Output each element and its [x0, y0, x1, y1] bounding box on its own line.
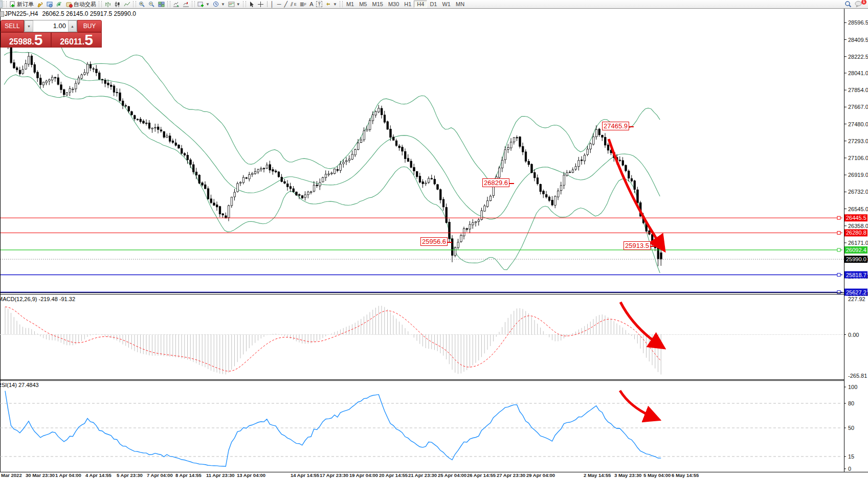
channel-button[interactable]: ⫽E: [289, 1, 298, 8]
candle-chart-button[interactable]: [113, 1, 122, 8]
autotrading-label: 自动交易: [74, 1, 96, 8]
fibo-tag: F: [304, 3, 306, 6]
metaeditor-button[interactable]: [35, 1, 45, 8]
trend-arrows-layer[interactable]: [609, 139, 663, 419]
level-handle[interactable]: [837, 273, 840, 277]
tab-w1[interactable]: W1: [439, 1, 453, 8]
sell-button[interactable]: SELL: [1, 20, 24, 32]
tab-h4[interactable]: H4: [414, 1, 427, 8]
volume-input[interactable]: 1.00: [33, 20, 68, 32]
cursor-button[interactable]: [247, 1, 256, 8]
svg-text:-265.81: -265.81: [848, 373, 867, 379]
tab-h1[interactable]: H1: [402, 1, 414, 8]
toolbar-grip: [99, 1, 102, 7]
price-callout[interactable]: 25956.6: [420, 237, 448, 246]
svg-text:27106.0: 27106.0: [848, 155, 868, 161]
candles-layer: [5, 32, 662, 266]
text-button[interactable]: A: [308, 1, 315, 8]
zoom-out-button[interactable]: [147, 1, 157, 8]
line-chart-button[interactable]: [122, 1, 132, 8]
signals-button[interactable]: [55, 1, 64, 8]
crosshair-button[interactable]: [256, 1, 265, 8]
macd-signal-line: [5, 307, 661, 371]
tab-m30[interactable]: M30: [386, 1, 402, 8]
sell-price[interactable]: 25988.5: [1, 32, 51, 48]
sell-price-big-digit: 5: [34, 33, 43, 47]
notification-badge: 1: [861, 0, 866, 5]
rsi-label: RSI(14) 27.4843: [0, 382, 39, 388]
level-handle[interactable]: [837, 291, 840, 294]
market-watch-button[interactable]: [45, 1, 55, 8]
bar-chart-button[interactable]: [103, 1, 113, 8]
tab-m5[interactable]: M5: [357, 1, 369, 8]
toolbar-grip: [167, 1, 170, 7]
volume-increase-button[interactable]: ▲: [68, 20, 77, 32]
zoom-in-button[interactable]: [137, 1, 147, 8]
svg-text:13 Apr 04:00: 13 Apr 04:00: [237, 472, 265, 478]
channel-tag: E: [294, 3, 297, 6]
level-handle[interactable]: [837, 216, 840, 219]
svg-text:80: 80: [848, 400, 854, 406]
buy-button[interactable]: BUY: [77, 20, 102, 32]
auto-scroll-button[interactable]: [171, 1, 181, 8]
toolbar: 新订单 自动交易 ▼ ▼ ▼ │ ─ ╱ ⫽E ≣F A T ▼: [0, 0, 868, 9]
svg-text:25990.0: 25990.0: [846, 256, 866, 262]
tab-d1[interactable]: D1: [427, 1, 439, 8]
horizontal-levels-layer[interactable]: [0, 216, 842, 293]
toolbar-grip: [4, 1, 7, 7]
ohlc-values: 26062.5 26145.0 25917.5 25990.0: [42, 10, 136, 17]
toolbar-grip: [243, 1, 246, 7]
indicators-button[interactable]: ▼: [196, 1, 211, 8]
new-order-button[interactable]: 新订单: [8, 1, 35, 8]
arrow-objects-icon: [325, 1, 331, 7]
search-button[interactable]: [843, 1, 853, 8]
level-handle[interactable]: [837, 231, 840, 234]
buy-price-big-digit: 5: [84, 33, 93, 47]
svg-text:2 May 14:55: 2 May 14:55: [584, 472, 611, 478]
clock-icon: [213, 1, 219, 8]
main-chart-layer[interactable]: [4, 26, 662, 273]
price-axis[interactable]: 28596.528409.528222.528041.027854.027667…: [844, 19, 868, 296]
notifications-button[interactable]: 1: [853, 1, 864, 8]
svg-text:25818.7: 25818.7: [846, 272, 866, 278]
fibonacci-button[interactable]: ≣F: [298, 1, 308, 8]
tile-windows-button[interactable]: [157, 1, 166, 8]
volume-decrease-button[interactable]: ▼: [25, 20, 33, 32]
time-axis[interactable]: Mar 202230 Mar 23:301 Apr 04:004 Apr 14:…: [1, 472, 699, 478]
buy-price[interactable]: 26011.5: [51, 32, 102, 48]
svg-text:29 Apr 04:00: 29 Apr 04:00: [526, 472, 555, 478]
zoom-out-icon: [148, 1, 155, 8]
chart-shift-button[interactable]: [181, 1, 191, 8]
tab-m1[interactable]: M1: [344, 1, 357, 8]
label-button[interactable]: T: [315, 1, 324, 8]
svg-text:28222.5: 28222.5: [848, 54, 868, 60]
volume-stepper: ▼ 1.00 ▲: [24, 20, 77, 32]
tab-m15[interactable]: M15: [369, 1, 385, 8]
chart-shift-icon: [183, 1, 189, 8]
crosshair-icon: [257, 1, 264, 8]
svg-text:28041.0: 28041.0: [848, 70, 868, 76]
macd-panel: [0, 306, 844, 374]
toolbar-separator: [267, 1, 268, 7]
bollinger-band-line: [4, 52, 660, 219]
level-handle[interactable]: [837, 248, 840, 252]
fibonacci-icon: ≣: [300, 1, 303, 8]
autotrading-button[interactable]: 自动交易: [64, 1, 98, 8]
tab-mn[interactable]: MN: [453, 1, 467, 8]
autotrading-icon: [66, 1, 73, 8]
trend-arrow[interactable]: [620, 391, 657, 419]
svg-text:17 Apr 23:30: 17 Apr 23:30: [320, 472, 348, 478]
vertical-line-button[interactable]: │: [269, 1, 276, 8]
periods-button[interactable]: ▼: [211, 1, 227, 8]
arrows-button[interactable]: ▼: [324, 1, 339, 8]
price-callout[interactable]: 27465.9: [602, 122, 629, 130]
trend-arrow[interactable]: [620, 302, 662, 347]
macd-axis: 227.920.00-265.81: [844, 296, 867, 379]
price-callout[interactable]: 26829.6: [482, 178, 509, 187]
trendline-button[interactable]: ╱: [282, 1, 289, 8]
horizontal-line-button[interactable]: ─: [276, 1, 283, 8]
templates-button[interactable]: ▼: [227, 1, 242, 8]
svg-text:26280.8: 26280.8: [846, 230, 866, 236]
chart-ohlc-title: JPN225-,H426062.5 26145.0 25917.5 25990.…: [5, 10, 136, 17]
price-callout[interactable]: 25913.5: [624, 241, 651, 250]
